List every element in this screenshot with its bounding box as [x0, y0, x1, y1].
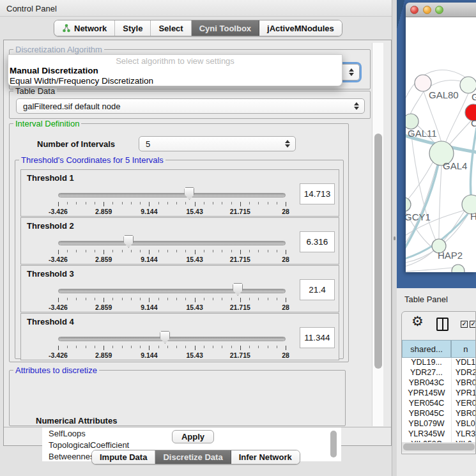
tab-discretize-data[interactable]: Discretize Data: [155, 450, 231, 464]
cyni-toolbox-panel: Discretization Algorithm Table Data galF…: [3, 40, 392, 446]
network-canvas[interactable]: GAL80 GA GAL11 C GAL4 GCY1 H HAP2: [406, 17, 476, 272]
slider-tick: [195, 202, 196, 206]
axis-tick-label: 28: [270, 303, 301, 311]
table-rows: YDL19...YDL1YDR27...YDR2YBR043CYBR0YPR14…: [402, 358, 476, 442]
slider-tick: [213, 202, 213, 204]
thresholds-group-title: Threshold's Coordinates for 5 Intervals: [19, 155, 165, 165]
slider-thumb[interactable]: [184, 187, 194, 200]
tab-infer-network[interactable]: Infer Network: [231, 450, 300, 464]
node-bottom[interactable]: [452, 265, 464, 272]
slider-thumb[interactable]: [160, 331, 170, 344]
tab-jactivemnodules[interactable]: jActiveMNodules: [259, 20, 342, 36]
table-row[interactable]: YPR145WYPR1: [402, 388, 476, 399]
slider-tick: [286, 298, 286, 302]
slider-thumb[interactable]: [123, 235, 134, 248]
tab-impute-data[interactable]: Impute Data: [92, 450, 155, 464]
panel-scrollbar-thumb[interactable]: [374, 134, 382, 369]
tab-select-label: Select: [158, 24, 183, 33]
slider-track[interactable]: [58, 193, 286, 197]
tab-cyni-toolbox[interactable]: Cyni Toolbox: [192, 20, 259, 36]
table-row[interactable]: YDR27...YDR2: [402, 368, 476, 378]
list-scrollbar-thumb[interactable]: [330, 431, 337, 457]
threshold-3-value-field[interactable]: 21.4: [300, 279, 335, 300]
axis-tick-label: 21.715: [225, 351, 256, 359]
panel-divider[interactable]: [392, 0, 397, 476]
slider-tick: [231, 250, 232, 252]
slider-track[interactable]: [58, 241, 286, 245]
threshold-1-value-field[interactable]: 14.713: [300, 183, 335, 204]
table-row[interactable]: YBR045CYBR0: [402, 409, 476, 419]
slider-tick: [158, 298, 159, 300]
slider-tick: [122, 346, 123, 348]
slider-tick: [158, 202, 159, 204]
node-gcy1[interactable]: [406, 197, 411, 211]
num-intervals-label: Number of Intervals: [37, 139, 115, 149]
table-data-combobox[interactable]: galFiltered.sif default node: [16, 98, 365, 114]
axis-tick-label: -3.426: [43, 208, 73, 215]
slider-tick: [131, 250, 132, 252]
slider-track[interactable]: [58, 337, 286, 341]
divider-grip: [394, 236, 395, 240]
threshold-1-row: Threshold 1 -3.4262.8599.14415.4321.7152…: [20, 169, 339, 217]
checkbox-icon[interactable]: ✓: [461, 321, 468, 328]
apply-button[interactable]: Apply: [172, 430, 214, 443]
num-intervals-combobox[interactable]: 5: [139, 136, 296, 151]
table-hscrollbar-thumb[interactable]: [403, 443, 475, 450]
axis-tick-label: 15.43: [180, 351, 210, 359]
tab-infer-network-label: Infer Network: [239, 452, 292, 462]
slider-tick: [185, 250, 186, 252]
slider-thumb[interactable]: [233, 283, 243, 296]
num-intervals-value: 5: [146, 139, 150, 149]
slider-tick: [213, 346, 213, 348]
table-row[interactable]: YBR043CYBR0: [402, 378, 476, 388]
slider-tick: [131, 298, 132, 300]
slider-tick: [58, 250, 59, 254]
slider-tick: [67, 250, 68, 252]
slider-tick: [76, 298, 77, 300]
node-gal11[interactable]: [406, 114, 418, 129]
column-header-shared[interactable]: shared...: [402, 340, 451, 358]
slider-tick: [222, 346, 222, 348]
axis-tick-label: 15.43: [180, 303, 210, 311]
slider-tick: [268, 202, 268, 204]
tab-select[interactable]: Select: [151, 20, 191, 36]
tab-network[interactable]: Network: [54, 20, 115, 36]
axis-tick-label: 2.859: [88, 303, 119, 311]
table-hscrollbar[interactable]: [402, 442, 476, 452]
threshold-4-value-field[interactable]: 11.344: [300, 327, 335, 348]
slider-tick: [95, 298, 95, 300]
slider-tick: [104, 298, 104, 302]
network-window-titlebar: [406, 3, 476, 17]
table-row[interactable]: YLR345WYLR3: [402, 429, 476, 440]
tab-style[interactable]: Style: [115, 20, 151, 36]
gear-icon[interactable]: ⚙: [411, 314, 424, 329]
threshold-2-value-field[interactable]: 6.316: [300, 231, 335, 252]
table-row[interactable]: YDL19...YDL1: [402, 358, 476, 368]
axis-tick-label: 9.144: [134, 303, 164, 311]
zoom-traffic-icon[interactable]: [435, 6, 443, 14]
network-graph: GAL80 GA GAL11 C GAL4 GCY1 H HAP2: [406, 17, 476, 272]
columns-icon[interactable]: [436, 318, 449, 331]
menu-item-equal-width-frequency[interactable]: Equal Width/Frequency Discretization: [10, 76, 153, 86]
slider-tick: [67, 202, 68, 204]
close-traffic-icon[interactable]: [410, 6, 418, 14]
table-row[interactable]: YER054CYER0: [402, 399, 476, 409]
slider-tick: [95, 250, 95, 252]
combo-arrows-icon: [349, 68, 354, 76]
axis-tick-label: 28: [270, 351, 301, 359]
slider-tick: [277, 346, 277, 348]
table-row[interactable]: YBL079WYBL0: [402, 419, 476, 429]
slider-track[interactable]: [58, 289, 286, 293]
minimize-traffic-icon[interactable]: [423, 6, 431, 14]
slider-tick: [176, 346, 177, 348]
cell-shared-name: YBR045C: [402, 409, 452, 419]
axis-tick-label: 2.859: [88, 256, 119, 263]
panel-scrollbar[interactable]: [372, 43, 383, 426]
menu-item-manual-discretization[interactable]: Manual Discretization: [10, 66, 98, 75]
node-label: GAL4: [443, 160, 467, 171]
axis-tick-label: 28: [270, 208, 301, 215]
slider-tick: [204, 202, 204, 204]
threshold-4-slider: -3.4262.8599.14415.4321.71528: [57, 329, 287, 360]
column-header-name[interactable]: n: [451, 340, 476, 358]
checkbox-icon[interactable]: ✓: [470, 321, 476, 328]
